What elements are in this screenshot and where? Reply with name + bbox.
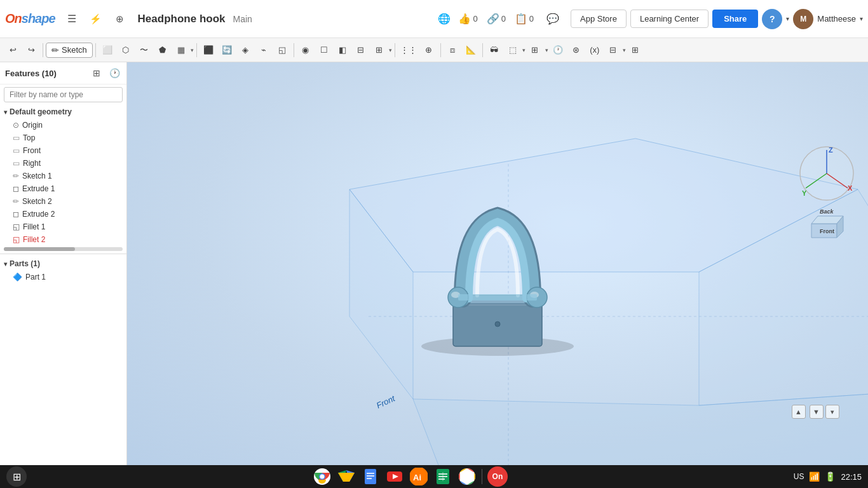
user-dropdown-icon[interactable]: ▾	[860, 15, 863, 22]
variables-btn[interactable]: (x)	[586, 41, 604, 60]
features-expand-button[interactable]: ⊞	[90, 66, 104, 80]
extrude-button[interactable]: ⬛	[200, 41, 217, 60]
shell-button[interactable]: ☐	[315, 41, 333, 60]
orient-down-button[interactable]: ▼	[810, 405, 824, 419]
model-svg	[364, 162, 631, 365]
share-button[interactable]: Share	[712, 10, 758, 28]
tree-item-origin[interactable]: ⊙ Origin	[0, 119, 126, 132]
display-mode-button[interactable]: ⬚	[504, 41, 522, 60]
chrome-app[interactable]	[313, 467, 332, 486]
tree-item-fillet2[interactable]: ◱ Fillet 2	[0, 233, 126, 246]
features-clock-button[interactable]: 🕐	[107, 66, 121, 80]
docs-app[interactable]	[361, 467, 380, 486]
like-section[interactable]: 👍 0	[458, 13, 477, 25]
shape-dropdown[interactable]: ▦ ▾	[172, 41, 194, 60]
doc-section[interactable]: 📋 0	[515, 13, 534, 25]
learning-center-button[interactable]: Learning Center	[630, 10, 709, 28]
ops-dropdown[interactable]: ⊞ ▾	[370, 41, 392, 60]
filter-features-button[interactable]: ⚡	[86, 9, 106, 29]
mirror-button[interactable]: ⊟	[352, 41, 370, 60]
section-view-button[interactable]: ⧈	[444, 41, 461, 60]
parts-group[interactable]: ▾ Parts (1)	[0, 257, 126, 271]
more-shapes-button[interactable]: ▦	[172, 41, 190, 60]
features-scrollbar[interactable]	[4, 247, 123, 251]
tree-item-part1[interactable]: 🔷 Part 1	[0, 271, 126, 283]
user-name[interactable]: Mattheese	[817, 14, 856, 24]
illustrator-app[interactable]: Ai	[409, 467, 428, 486]
boolean-button[interactable]: ◉	[297, 41, 315, 60]
extra-dropdown[interactable]: ⊟ ▾	[604, 41, 626, 60]
orientation-cube[interactable]: Z X Y Front	[798, 145, 855, 227]
tree-item-front[interactable]: ▭ Front	[0, 144, 126, 157]
sweep-button[interactable]: ⌁	[255, 41, 273, 60]
tree-item-extrude1[interactable]: ◻ Extrude 1	[0, 182, 126, 195]
ops-dropdown-arrow[interactable]: ▾	[389, 47, 392, 53]
pattern-button[interactable]: ⋮⋮	[398, 41, 419, 60]
render-mode-button[interactable]: 🕶	[485, 41, 503, 60]
grid-button[interactable]: ⊞	[526, 41, 544, 60]
display-arrow[interactable]: ▾	[522, 47, 526, 53]
dropdown-arrow[interactable]: ▾	[191, 47, 194, 53]
undo-button[interactable]: ↩	[4, 41, 22, 60]
tree-item-extrude2[interactable]: ◻ Extrude 2	[0, 208, 126, 220]
spline-button[interactable]: 〜	[135, 41, 153, 60]
onshape-tray-app[interactable]: On	[487, 466, 508, 487]
sketch-button[interactable]: ✏ Sketch	[46, 43, 93, 58]
more-ops-button[interactable]: ⊞	[370, 41, 388, 60]
add-feature-button[interactable]: ⊕	[110, 9, 130, 29]
loft-button[interactable]: ◈	[236, 41, 254, 60]
orient-box: Front Back	[808, 205, 855, 241]
tree-item-top[interactable]: ▭ Top	[0, 132, 126, 144]
polygon-button[interactable]: ⬟	[154, 41, 172, 60]
grid-dropdown[interactable]: ▾	[545, 47, 548, 53]
new-studio-button[interactable]: ⬜	[98, 41, 116, 60]
panel-divider	[0, 254, 126, 254]
default-geometry-group[interactable]: ▾ Default geometry	[0, 105, 126, 119]
photos-app[interactable]	[458, 467, 477, 486]
tree-item-sketch2[interactable]: ✏ Sketch 2	[0, 195, 126, 208]
launcher-button[interactable]: ⊞	[6, 466, 27, 487]
help-dropdown-icon[interactable]: ▾	[786, 15, 789, 22]
app-store-button[interactable]: App Store	[571, 10, 627, 28]
youtube-icon	[386, 468, 403, 485]
orient-menu-button[interactable]: ▾	[825, 405, 839, 419]
user-avatar[interactable]: M	[793, 9, 813, 29]
tray-right: US 📶 🔋 22:15	[794, 471, 862, 482]
clock-btn[interactable]: 🕐	[549, 41, 567, 60]
more-toolbar-button[interactable]: ⊟	[604, 41, 622, 60]
orient-up-button[interactable]: ▲	[792, 405, 806, 419]
tray-apps: Ai	[31, 466, 790, 487]
fillet-tb-button[interactable]: ◱	[273, 41, 291, 60]
logo[interactable]: Onshape	[5, 11, 55, 26]
display-dropdown[interactable]: ⬚ ▾	[504, 41, 526, 60]
dimension-btn[interactable]: ⊛	[567, 41, 585, 60]
help-button[interactable]: ?	[762, 9, 782, 29]
link-section[interactable]: 🔗 0	[487, 13, 506, 25]
sheets-app[interactable]	[433, 467, 452, 486]
viewport[interactable]: Front	[127, 62, 868, 465]
measure-button[interactable]: 📐	[462, 41, 480, 60]
svg-text:Ai: Ai	[413, 473, 421, 482]
fillet-icon: ◱	[13, 222, 20, 231]
mate-icon: ⊕	[425, 45, 432, 55]
menu-icon: ☰	[67, 13, 76, 25]
tree-item-sketch1[interactable]: ✏ Sketch 1	[0, 170, 126, 182]
revolve-button[interactable]: 🔄	[218, 41, 236, 60]
grid-dropdown-arrow[interactable]: ▾	[545, 47, 548, 53]
filter-input[interactable]	[4, 87, 123, 102]
mate-button[interactable]: ⊕	[420, 41, 438, 60]
menu-button[interactable]: ☰	[62, 9, 82, 29]
globe-button[interactable]: 🌐	[434, 9, 454, 29]
redo-button[interactable]: ↪	[22, 41, 40, 60]
circle-button[interactable]: ⬡	[117, 41, 135, 60]
doc-branch: Main	[233, 14, 252, 24]
parts-section: ▾ Parts (1) 🔷 Part 1	[0, 257, 126, 288]
add-toolbar-button[interactable]: ⊞	[627, 41, 644, 60]
tree-item-fillet1[interactable]: ◱ Fillet 1	[0, 220, 126, 233]
extra-arrow[interactable]: ▾	[623, 47, 626, 53]
youtube-app[interactable]	[385, 467, 404, 486]
drive-app[interactable]	[337, 467, 356, 486]
comment-button[interactable]: 💬	[543, 9, 563, 29]
draft-button[interactable]: ◧	[334, 41, 351, 60]
tree-item-right[interactable]: ▭ Right	[0, 157, 126, 170]
